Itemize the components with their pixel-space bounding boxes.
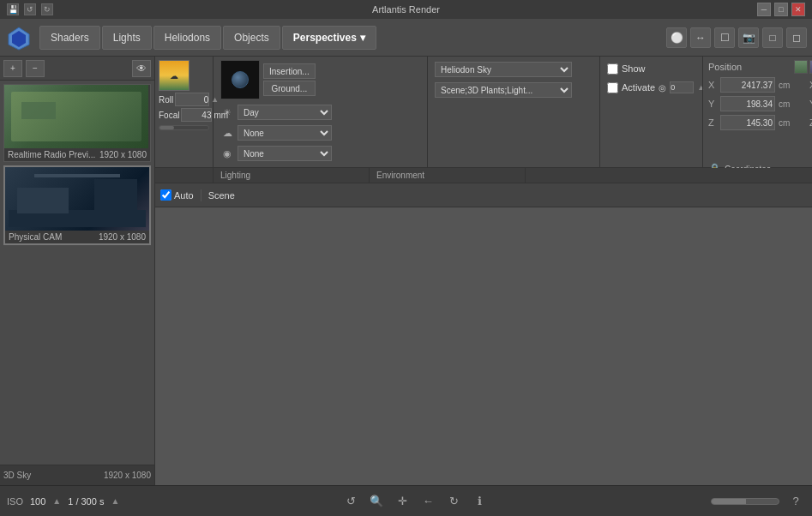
- frame-value: 1 / 300 s: [68, 496, 104, 507]
- position-coordinates-section: Position Target On Fixed Vertex X cm: [702, 57, 812, 167]
- xyz-rows: X cm Y cm Z cm: [708, 75, 812, 161]
- redo-title-button[interactable]: ↻: [41, 3, 53, 15]
- thumbnail-label-2: Physical CAM 1920 x 1080: [5, 231, 149, 243]
- cloud-icon: ☁: [220, 126, 234, 140]
- close-button[interactable]: ✕: [791, 3, 805, 16]
- show-checkbox[interactable]: [607, 63, 618, 75]
- none2-select[interactable]: None: [238, 146, 332, 161]
- environment-section-label: Environment: [370, 168, 526, 183]
- save-button[interactable]: 💾: [7, 3, 19, 15]
- top-controls-bar: ☁ Roll ▲ Focal mm: [155, 57, 812, 168]
- toolbar-icon-5[interactable]: □: [762, 27, 783, 48]
- pos-header-row: Position Target On Fixed Vertex: [708, 60, 812, 74]
- zoom-status-button[interactable]: 🔍: [367, 492, 386, 511]
- x-pos-label: X: [708, 80, 717, 90]
- undo-status-button[interactable]: ↺: [341, 492, 360, 511]
- sun-preview-area: Insertion... Ground...: [220, 60, 316, 99]
- status-cam-name: 3D Sky: [3, 471, 31, 480]
- day-control-row: ☀ Day: [220, 103, 420, 122]
- left-panel: + − 👁 Realtime Radio Previ... 1920 x 108…: [0, 57, 155, 485]
- sun-preview-box: [220, 60, 260, 99]
- window-controls: ─ □ ✕: [757, 3, 805, 16]
- toggle-visibility-button[interactable]: 👁: [132, 60, 151, 77]
- position-xyz: X cm Y cm Z cm: [708, 75, 796, 161]
- list-item[interactable]: Realtime Radio Previ... 1920 x 1080: [3, 84, 151, 162]
- roll-label: Roll: [159, 95, 173, 105]
- roll-row: Roll ▲: [159, 93, 209, 106]
- activate-icon: ◎: [659, 83, 666, 93]
- redo-status-button[interactable]: ↻: [444, 492, 463, 511]
- center-right-area: ☁ Roll ▲ Focal mm: [155, 57, 812, 485]
- heliodons-nav-button[interactable]: Heliodons: [153, 26, 221, 50]
- shaders-nav-button[interactable]: Shaders: [39, 26, 100, 50]
- toolbar-icon-2[interactable]: ↔: [690, 27, 711, 48]
- scene-select[interactable]: Scene;3D Plants;Light...: [435, 82, 572, 98]
- heliodon-select[interactable]: Heliodon Sky: [435, 62, 572, 77]
- section-labels-row: Lighting Environment: [155, 168, 812, 183]
- heliodon-row: Heliodon Sky: [435, 60, 592, 79]
- undo-title-button[interactable]: ↺: [24, 3, 36, 15]
- day-select[interactable]: Day: [238, 105, 332, 120]
- y-pos-input[interactable]: [720, 96, 775, 111]
- activate-row: Activate ◎ ▲: [607, 79, 695, 96]
- focal-label: Focal: [159, 111, 179, 120]
- objects-nav-button[interactable]: Objects: [223, 26, 280, 50]
- titlebar: 💾 ↺ ↻ Artlantis Render ─ □ ✕: [0, 0, 812, 19]
- add-perspective-button[interactable]: +: [3, 60, 22, 77]
- color-swatch-green[interactable]: [794, 60, 808, 74]
- activate-value-input[interactable]: [670, 81, 694, 93]
- roll-input[interactable]: [175, 93, 209, 106]
- view-slider-fill: [712, 499, 746, 504]
- auto-checkbox[interactable]: [160, 189, 171, 201]
- y-pos-row: Y cm: [708, 94, 796, 113]
- sky-focal-section: ☁ Roll ▲ Focal mm: [155, 57, 214, 167]
- position-header: Position: [708, 62, 742, 72]
- focal-slider[interactable]: [159, 125, 209, 130]
- help-status-button[interactable]: ?: [786, 492, 805, 511]
- x-pos-input[interactable]: [720, 77, 775, 93]
- toolbar-icons: ⚪ ↔ ☐ 📷 □ ◻: [666, 27, 807, 48]
- toolbar-icon-1[interactable]: ⚪: [666, 27, 687, 48]
- toolbar-icon-4[interactable]: 📷: [738, 27, 759, 48]
- none1-select[interactable]: None: [238, 125, 332, 141]
- toolbar-icon-6[interactable]: ◻: [786, 27, 807, 48]
- frame-up-arrow[interactable]: ▲: [111, 496, 119, 506]
- maximize-button[interactable]: □: [774, 3, 788, 16]
- show-label: Show: [622, 63, 646, 74]
- activate-checkbox[interactable]: [607, 82, 618, 93]
- toolbar-icon-3[interactable]: ☐: [714, 27, 735, 48]
- lighting-section: Insertion... Ground... ☀ Day ☁ None: [214, 57, 428, 167]
- info-status-button[interactable]: ℹ: [470, 492, 489, 511]
- x-pos-unit: cm: [779, 81, 796, 90]
- view-slider[interactable]: [711, 498, 779, 505]
- move-status-button[interactable]: ✛: [393, 492, 412, 511]
- y-pos-unit: cm: [779, 99, 796, 109]
- titlebar-left: 💾 ↺ ↻: [7, 3, 53, 15]
- focal-input[interactable]: [181, 108, 212, 122]
- sky-icon-row: ☁: [159, 60, 209, 91]
- auto-checkbox-row: Auto: [160, 189, 194, 201]
- thumbnail-label-1: Realtime Radio Previ... 1920 x 1080: [4, 148, 150, 161]
- scene-label: Scene: [208, 190, 235, 201]
- environment-section: Heliodon Sky Scene;3D Plants;Light...: [428, 57, 599, 167]
- minimize-button[interactable]: ─: [757, 3, 771, 16]
- remove-perspective-button[interactable]: −: [26, 60, 45, 77]
- none1-control-row: ☁ None: [220, 123, 420, 142]
- list-item[interactable]: Physical CAM 1920 x 1080: [3, 165, 151, 245]
- focal-row: Focal mm: [159, 108, 209, 122]
- z-pos-row: Z cm: [708, 113, 796, 132]
- viewport-toolbar: Auto Scene ⛶ 8 FPS ▾: [155, 183, 812, 207]
- arrow-status-button[interactable]: ←: [418, 492, 437, 511]
- ground-button[interactable]: Ground...: [263, 81, 316, 96]
- insertion-button[interactable]: Insertion...: [263, 63, 316, 79]
- iso-label: ISO: [7, 496, 23, 507]
- thumbnail-preview-1: [4, 85, 148, 148]
- lights-nav-button[interactable]: Lights: [102, 26, 152, 50]
- iso-up-arrow[interactable]: ▲: [52, 496, 61, 506]
- sky-icon: ☁: [159, 60, 189, 91]
- z-pos-input[interactable]: [720, 115, 775, 130]
- thumbnail-preview-2: [5, 167, 149, 231]
- perspectives-nav-button[interactable]: Perspectives ▾: [282, 26, 376, 50]
- scene-row: Scene;3D Plants;Light...: [435, 81, 592, 99]
- statusbar: ISO 100 ▲ 1 / 300 s ▲ ↺ 🔍 ✛ ← ↻ ℹ ?: [0, 485, 812, 516]
